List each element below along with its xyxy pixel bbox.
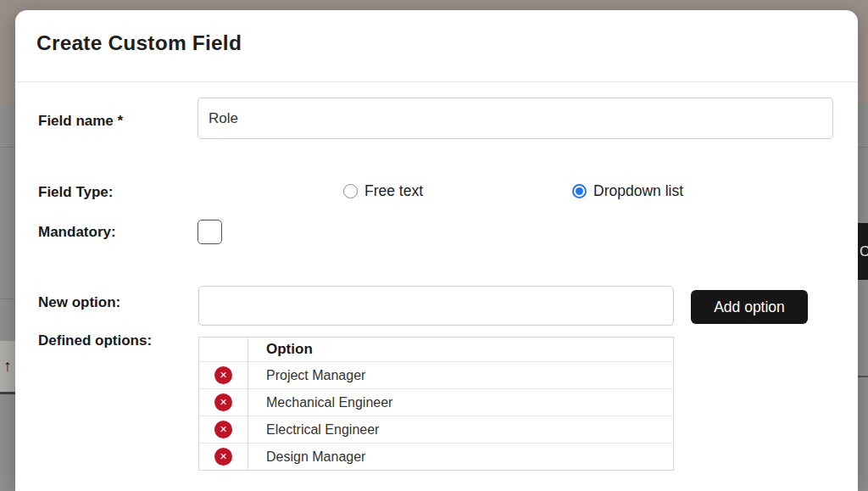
option-cell: Electrical Engineer	[248, 422, 673, 438]
scroll-up-cell[interactable]: ↑	[0, 341, 15, 394]
table-row: ✕ Design Manager	[199, 443, 673, 470]
field-name-label: Field name *	[38, 113, 123, 130]
add-option-button[interactable]: Add option	[691, 290, 808, 324]
background-divider	[0, 147, 15, 148]
delete-option-icon[interactable]: ✕	[214, 366, 232, 384]
background-right-strip: C	[858, 0, 868, 491]
create-custom-field-modal: Create Custom Field Field name * Field T…	[15, 10, 858, 491]
table-header-row: Option	[199, 338, 673, 361]
delete-cell: ✕	[199, 362, 248, 388]
table-row: ✕ Project Manager	[199, 361, 673, 388]
radio-unselected-icon[interactable]	[343, 184, 358, 198]
delete-option-icon[interactable]: ✕	[214, 393, 232, 411]
delete-option-icon[interactable]: ✕	[214, 421, 232, 438]
option-column-header: Option	[248, 341, 673, 358]
radio-option-dropdown-list[interactable]: Dropdown list	[572, 182, 683, 200]
delete-cell: ✕	[199, 444, 248, 470]
table-row: ✕ Electrical Engineer	[199, 416, 673, 443]
background-divider	[0, 299, 15, 299]
field-name-input[interactable]	[198, 98, 833, 139]
option-cell: Project Manager	[248, 368, 673, 383]
partial-button-label: C	[860, 243, 868, 260]
modal-title: Create Custom Field	[36, 31, 242, 55]
radio-option-free-text[interactable]: Free text	[343, 182, 423, 200]
defined-options-table: Option ✕ Project Manager ✕ Mechanical En…	[198, 337, 674, 471]
arrow-up-icon: ↑	[3, 357, 12, 376]
field-type-label: Field Type:	[38, 184, 113, 201]
modal-header-divider	[15, 81, 858, 82]
radio-free-text-label: Free text	[364, 182, 423, 200]
delete-option-icon[interactable]: ✕	[214, 448, 232, 466]
radio-dropdown-list-label: Dropdown list	[593, 182, 683, 200]
mandatory-label: Mandatory:	[38, 224, 116, 241]
table-row: ✕ Mechanical Engineer	[199, 388, 673, 416]
new-option-label: New option:	[38, 294, 120, 311]
new-option-input[interactable]	[198, 286, 674, 326]
delete-column-header	[199, 338, 248, 361]
delete-cell: ✕	[199, 389, 248, 416]
radio-selected-icon[interactable]	[572, 184, 587, 198]
mandatory-checkbox[interactable]	[198, 220, 222, 244]
option-cell: Mechanical Engineer	[248, 395, 673, 410]
background-left-strip: ↑	[0, 0, 15, 491]
delete-cell: ✕	[199, 416, 248, 443]
partial-background-button[interactable]: C	[858, 223, 868, 280]
defined-options-label: Defined options:	[38, 332, 152, 349]
option-cell: Design Manager	[248, 449, 673, 465]
background-divider	[858, 147, 868, 148]
background-divider	[858, 376, 868, 377]
